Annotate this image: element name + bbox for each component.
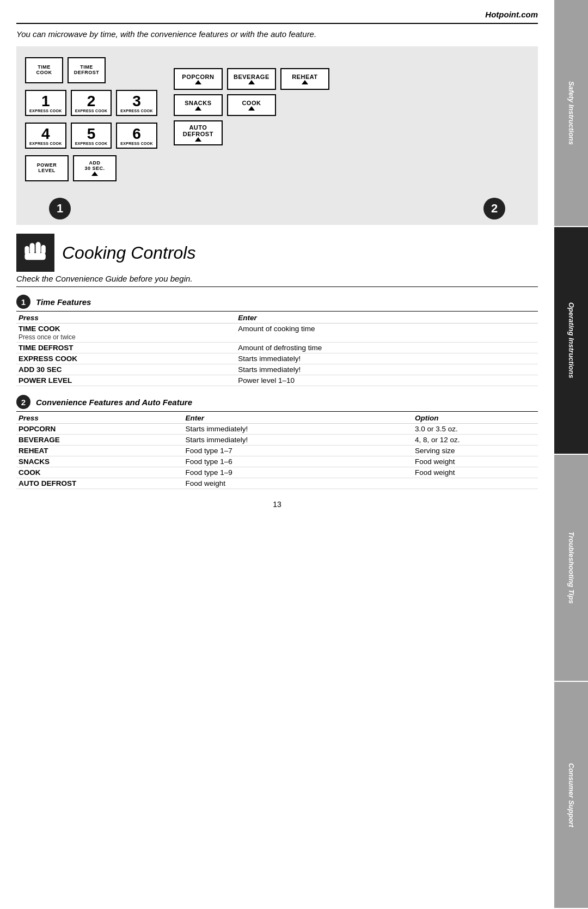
table-row: POPCORN Starts immediately! 3.0 or 3.5 o… (16, 424, 538, 435)
press-cell: BEVERAGE (16, 435, 183, 446)
key-4-button[interactable]: 4 EXPRESS COOK (25, 123, 66, 149)
sidebar-tab-safety[interactable]: Safety Instructions (554, 0, 588, 227)
time-defrost-label: TIMEDEFROST (74, 65, 100, 76)
col-press-1: Press (16, 313, 236, 324)
section2-circle: 2 (16, 395, 30, 409)
table-row: ADD 30 SEC Starts immediately! (16, 364, 538, 375)
press-sub: Press once or twice (19, 333, 76, 341)
table-row: COOK Food type 1–9 Food weight (16, 467, 538, 478)
main-content: Hotpoint.com You can microwave by time, … (0, 0, 554, 525)
keypad-right-row2: SNACKS COOK (174, 94, 329, 116)
diagram-area: TIMECOOK TIMEDEFROST 1 EXPRESS COOK 2 EX… (16, 46, 538, 192)
beverage-button[interactable]: BEVERAGE (227, 68, 276, 90)
section-convenience: 2 Convenience Features and Auto Feature … (16, 395, 538, 489)
enter-cell: Starts immediately! (183, 435, 413, 446)
snacks-label: SNACKS (185, 100, 211, 106)
auto-defrost-button[interactable]: AUTODEFROST (174, 120, 223, 145)
add-30-sec-button[interactable]: ADD30 SEC. (73, 155, 117, 181)
reheat-button[interactable]: REHEAT (280, 68, 329, 90)
enter-cell: Amount of defrosting time (236, 343, 538, 353)
sidebar-tab-troubleshooting[interactable]: Troubleshooting Tips (554, 455, 588, 682)
key-6-button[interactable]: 6 EXPRESS COOK (116, 123, 157, 149)
snacks-button[interactable]: SNACKS (174, 94, 223, 116)
press-value: REHEAT (19, 447, 48, 455)
key-1-button[interactable]: 1 EXPRESS COOK (25, 90, 66, 116)
keypad-right-row1: POPCORN BEVERAGE REHEAT (174, 68, 329, 90)
sidebar-tab-consumer[interactable]: Consumer Support (554, 682, 588, 909)
keypad-bottom-row: POWERLEVEL ADD30 SEC. (25, 155, 157, 181)
press-cell: POWER LEVEL (16, 375, 236, 386)
press-value: ADD 30 SEC (19, 365, 62, 374)
enter-cell: Food weight (183, 478, 413, 489)
press-cell: POPCORN (16, 424, 183, 435)
popcorn-label: POPCORN (182, 74, 214, 80)
header: Hotpoint.com (16, 10, 538, 24)
press-cell: TIME COOK Press once or twice (16, 324, 236, 343)
key-1-sub: EXPRESS COOK (29, 109, 62, 113)
sidebar-tab-safety-label: Safety Instructions (567, 81, 575, 145)
sidebar-tabs: Safety Instructions Operating Instructio… (554, 0, 588, 909)
key-4-number: 4 (41, 126, 50, 142)
keypad-numbers-row2: 4 EXPRESS COOK 5 EXPRESS COOK 6 EXPRESS … (25, 123, 157, 149)
enter-cell: Starts immediately! (236, 353, 538, 364)
key-3-button[interactable]: 3 EXPRESS COOK (116, 90, 157, 116)
keypad-left: TIMECOOK TIMEDEFROST 1 EXPRESS COOK 2 EX… (25, 57, 157, 181)
enter-cell: Starts immediately! (183, 424, 413, 435)
table-row: EXPRESS COOK Starts immediately! (16, 353, 538, 364)
popcorn-button[interactable]: POPCORN (174, 68, 223, 90)
table-row: SNACKS Food type 1–6 Food weight (16, 456, 538, 467)
intro-text: You can microwave by time, with the conv… (16, 29, 538, 39)
circle-1: 1 (49, 198, 71, 219)
press-value: EXPRESS COOK (19, 355, 77, 363)
convenience-table: Press Enter Option POPCORN Starts immedi… (16, 413, 538, 489)
power-level-label: POWERLEVEL (37, 163, 57, 174)
keypad-numbers-row1: 1 EXPRESS COOK 2 EXPRESS COOK 3 EXPRESS … (25, 90, 157, 116)
cooking-subtitle: Check the Convenience Guide before you b… (16, 274, 538, 287)
hand-icon-box (16, 234, 54, 272)
svg-rect-1 (35, 242, 40, 254)
time-defrost-button[interactable]: TIMEDEFROST (68, 57, 106, 83)
option-cell: Serving size (413, 446, 538, 456)
enter-cell: Food type 1–9 (183, 467, 413, 478)
section1-circle: 1 (16, 295, 30, 309)
enter-cell: Starts immediately! (236, 364, 538, 375)
key-3-sub: EXPRESS COOK (120, 109, 153, 113)
press-cell: REHEAT (16, 446, 183, 456)
key-2-number: 2 (87, 94, 96, 109)
table-row: REHEAT Food type 1–7 Serving size (16, 446, 538, 456)
key-1-number: 1 (41, 94, 50, 109)
key-2-button[interactable]: 2 EXPRESS COOK (71, 90, 112, 116)
hand-icon (21, 238, 51, 268)
press-cell: EXPRESS COOK (16, 353, 236, 364)
power-level-button[interactable]: POWERLEVEL (25, 155, 69, 181)
table-row: TIME DEFROST Amount of defrosting time (16, 343, 538, 353)
option-cell (413, 478, 538, 489)
section2-header: 2 Convenience Features and Auto Feature (16, 395, 538, 412)
enter-cell: Food type 1–6 (183, 456, 413, 467)
arrow-up-icon (91, 172, 98, 176)
page-number: 13 (16, 500, 538, 509)
press-value: TIME DEFROST (19, 344, 74, 352)
col-option-2: Option (413, 413, 538, 424)
sidebar-tab-operating[interactable]: Operating Instructions (554, 227, 588, 454)
auto-defrost-arrow-icon (195, 137, 201, 142)
time-cook-button[interactable]: TIMECOOK (25, 57, 63, 83)
cooking-controls-section: Cooking Controls Check the Convenience G… (16, 234, 538, 489)
key-5-number: 5 (87, 126, 96, 142)
section2-title: Convenience Features and Auto Feature (36, 398, 192, 407)
key-5-button[interactable]: 5 EXPRESS COOK (71, 123, 112, 149)
cook-button[interactable]: COOK (227, 94, 276, 116)
press-value: POPCORN (19, 425, 56, 433)
beverage-arrow-icon (248, 80, 255, 84)
table-row: AUTO DEFROST Food weight (16, 478, 538, 489)
keypad-top-row: TIMECOOK TIMEDEFROST (25, 57, 157, 83)
option-cell: Food weight (413, 467, 538, 478)
auto-defrost-label: AUTODEFROST (183, 124, 213, 137)
press-cell: ADD 30 SEC (16, 364, 236, 375)
enter-cell: Food type 1–7 (183, 446, 413, 456)
press-cell: COOK (16, 467, 183, 478)
table-row: POWER LEVEL Power level 1–10 (16, 375, 538, 386)
svg-rect-3 (41, 245, 45, 254)
keypad-right-row3: AUTODEFROST (174, 120, 329, 145)
press-cell: AUTO DEFROST (16, 478, 183, 489)
